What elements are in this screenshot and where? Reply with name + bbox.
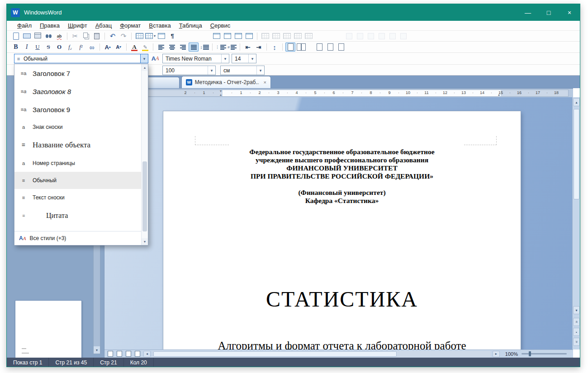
style-item-footnote-mark[interactable]: a Знак сноски [14,118,141,136]
new-document-icon[interactable] [11,32,21,41]
outline-letter-icon[interactable]: O [54,42,64,52]
paste-icon[interactable] [92,32,102,41]
line-spacing-icon[interactable] [199,42,209,52]
left-indent-marker[interactable]: ▴ [220,93,222,97]
document-tab-active[interactable]: W Методичка - Отчет-2раб... × [181,76,271,88]
normal-view-icon[interactable] [106,351,114,357]
bold-icon[interactable]: B [11,42,21,52]
redo-icon[interactable]: ↷ [119,32,128,41]
font-size-arrow-icon[interactable]: ▾ [248,54,256,63]
style-item-caption[interactable]: ≡ Название объекта [14,136,141,155]
zoom-slider[interactable] [522,353,567,354]
page-number-icon[interactable] [233,32,243,41]
menu-edit[interactable]: Правка [36,21,64,30]
style-combobox-arrow-icon[interactable]: ▾ [140,54,148,63]
dropdown-scroll-thumb[interactable] [142,161,147,231]
document-viewport[interactable]: Федеральное государственное образователь… [104,97,573,349]
two-pages-icon[interactable] [296,42,306,52]
tab-close-icon[interactable]: × [264,80,266,85]
web-view-icon[interactable] [115,351,123,357]
copy-icon[interactable] [81,32,91,41]
style-item-heading9[interactable]: ≡a Заголовок 9 [14,100,141,118]
insert-object-icon[interactable] [156,32,166,41]
font-size-combobox[interactable]: 14 ▾ [232,54,256,63]
find-icon[interactable] [43,32,53,41]
browse-object-icon[interactable]: • [573,328,580,336]
vertical-scrollbar[interactable]: ▴ ▾ « • » [572,97,580,349]
scroll-right-icon[interactable]: ▸ [493,351,500,357]
menu-paragraph[interactable]: Абзац [91,21,116,30]
horizontal-scroll-track[interactable] [152,351,491,357]
vertical-scroll-thumb[interactable] [574,109,579,199]
header-icon[interactable] [212,32,222,41]
style-item-normal[interactable]: ≡ Обычный [14,172,141,189]
zoom-slider-thumb[interactable] [529,351,531,356]
align-right-icon[interactable] [178,42,188,52]
maximize-button[interactable]: □ [538,4,559,21]
dropdown-scroll-track[interactable] [142,71,148,238]
strikethrough-icon[interactable]: S [43,42,53,52]
shrink-font-icon[interactable]: A [114,42,123,52]
font-combobox[interactable]: Times New Roman ▾ [162,54,229,63]
font-color-icon[interactable]: A [129,42,139,52]
minimize-button[interactable]: — [517,4,538,21]
insert-table-icon[interactable] [134,32,144,41]
units-combobox-arrow-icon[interactable]: ▾ [256,66,264,75]
units-combobox[interactable]: см ▾ [220,66,265,75]
print-icon[interactable] [33,32,43,41]
increase-indent-icon[interactable]: ⇥ [254,42,264,52]
all-styles-button[interactable]: AA Все стили (+3) [14,231,141,245]
cut-icon[interactable]: ✂ [70,32,80,41]
dropdown-scroll-up-icon[interactable]: ▴ [142,64,148,71]
style-item-heading7[interactable]: ≡a Заголовок 7 [14,64,141,82]
menu-insert[interactable]: Вставка [145,21,175,30]
scroll-down-icon[interactable]: ▾ [573,306,580,314]
outline-view-icon[interactable] [133,351,141,357]
scroll-left-icon[interactable]: ◂ [143,351,151,357]
document-page[interactable]: Федеральное государственное образователь… [163,111,521,349]
previous-page-icon[interactable]: « [573,318,580,326]
styles-gallery-icon[interactable]: AA [151,54,160,63]
italic-icon[interactable]: I [22,42,32,52]
menu-table[interactable]: Таблица [175,21,206,30]
menu-format[interactable]: Формат [116,21,145,30]
subscript-icon[interactable]: f₂ [65,42,75,52]
hyperlink-icon[interactable]: ∞ [87,42,97,52]
scroll-up-icon[interactable]: ▴ [573,98,580,106]
superscript-icon[interactable]: f² [76,42,86,52]
style-item-page-number[interactable]: a Номер страницы [14,155,141,172]
show-formatting-marks-icon[interactable]: ¶ [167,32,177,41]
menu-font[interactable]: Шрифт [64,21,91,30]
print-view-icon[interactable] [124,351,132,357]
grow-font-icon[interactable]: A [103,42,113,52]
table-menu-icon[interactable] [145,32,156,41]
align-justify-icon[interactable] [189,42,199,52]
bullet-list-icon[interactable] [215,42,226,52]
decrease-indent-icon[interactable]: ⇤ [243,42,253,52]
paragraph-spacing-icon[interactable]: ↕ [270,42,280,52]
close-button[interactable]: × [559,4,580,21]
style-item-quote[interactable]: ≡ Цитата [14,206,141,225]
menu-service[interactable]: Сервис [206,21,235,30]
dropdown-scrollbar[interactable]: ▴ ▾ [141,64,148,245]
page-thumbnail-2[interactable] [15,300,82,362]
zoom-combobox[interactable]: 100 ▾ [162,66,216,75]
footer-icon[interactable] [223,32,232,41]
open-icon[interactable] [22,32,32,41]
style-combobox[interactable]: ≡ Обычный ▾ [14,54,148,63]
columns-icon[interactable] [244,32,254,41]
horizontal-scroll-thumb[interactable] [153,351,397,357]
horizontal-ruler[interactable]: ▾ ▴ ▴ 21123456789101112131415161718·····… [109,90,569,97]
font-combobox-arrow-icon[interactable]: ▾ [221,54,229,63]
page-setup-icon[interactable] [314,42,324,52]
page-break-icon[interactable] [336,42,346,52]
style-item-heading8[interactable]: ≡a Заголовок 8 [14,82,141,100]
zoom-combobox-arrow-icon[interactable]: ▾ [208,66,215,75]
align-center-icon[interactable] [167,42,177,52]
spellcheck-icon[interactable]: ab [54,32,64,41]
dropdown-scroll-down-icon[interactable]: ▾ [142,238,148,245]
numbered-list-icon[interactable] [227,42,237,52]
highlight-icon[interactable]: ✎ [140,42,150,52]
underline-icon[interactable]: U [33,42,43,52]
title-bar[interactable]: W WindowsWord — □ × [7,4,580,21]
